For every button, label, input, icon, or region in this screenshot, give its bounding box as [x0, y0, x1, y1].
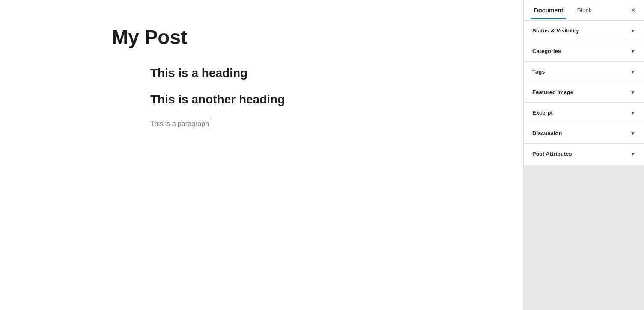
post-content: My Post This is a heading This is anothe…	[112, 26, 411, 128]
tab-block[interactable]: Block	[573, 2, 595, 19]
panel-label-discussion: Discussion	[532, 130, 562, 136]
panel-item-post-attributes[interactable]: Post Attributes▼	[524, 144, 644, 164]
tab-document[interactable]: Document	[531, 2, 566, 19]
panel-item-discussion[interactable]: Discussion▼	[524, 123, 644, 144]
panel-label-tags: Tags	[532, 68, 545, 75]
close-sidebar-button[interactable]: ×	[629, 5, 637, 16]
panel-item-status-visibility[interactable]: Status & Visibility▼	[524, 21, 644, 41]
panel-item-tags[interactable]: Tags▼	[524, 62, 644, 82]
text-cursor	[210, 119, 210, 127]
panel-chevron-excerpt: ▼	[630, 110, 635, 116]
panel-chevron-discussion: ▼	[630, 130, 635, 136]
panel-label-status-visibility: Status & Visibility	[532, 27, 579, 34]
panel-chevron-post-attributes: ▼	[630, 151, 635, 157]
panel-chevron-status-visibility: ▼	[630, 28, 635, 34]
panel-item-featured-image[interactable]: Featured Image▼	[524, 82, 644, 103]
panel-item-excerpt[interactable]: Excerpt▼	[524, 103, 644, 123]
panel-chevron-categories: ▼	[630, 48, 635, 54]
post-title[interactable]: My Post	[112, 26, 411, 49]
panel-label-excerpt: Excerpt	[532, 109, 553, 116]
panel-item-categories[interactable]: Categories▼	[524, 41, 644, 62]
heading-1[interactable]: This is a heading	[150, 66, 411, 80]
sidebar: Document Block × Status & Visibility▼Cat…	[523, 0, 644, 310]
panel-label-post-attributes: Post Attributes	[532, 151, 572, 157]
panel-label-featured-image: Featured Image	[532, 89, 573, 95]
sidebar-panels: Status & Visibility▼Categories▼Tags▼Feat…	[524, 21, 644, 165]
heading-2[interactable]: This is another heading	[150, 93, 411, 106]
panel-chevron-featured-image: ▼	[630, 89, 635, 95]
panel-chevron-tags: ▼	[630, 69, 635, 75]
sidebar-tab-bar: Document Block ×	[524, 0, 644, 21]
panel-label-categories: Categories	[532, 48, 561, 54]
editor-area[interactable]: My Post This is a heading This is anothe…	[0, 0, 523, 310]
sidebar-bottom-area	[524, 165, 644, 310]
paragraph-1[interactable]: This is a paragraph	[150, 119, 411, 128]
